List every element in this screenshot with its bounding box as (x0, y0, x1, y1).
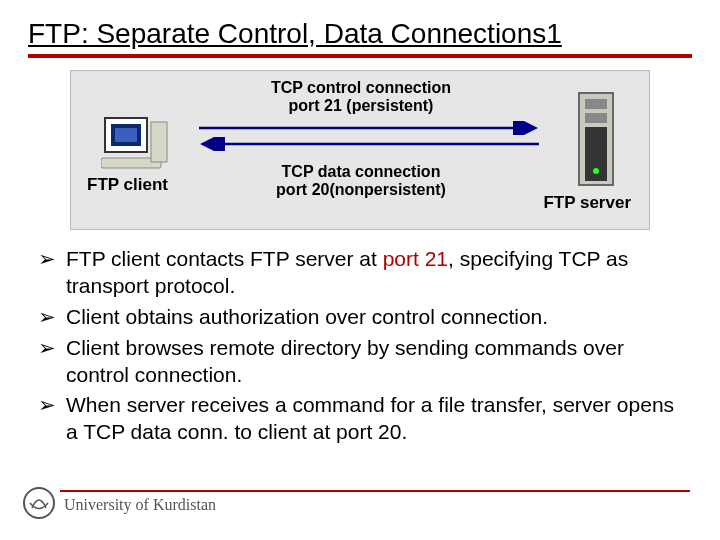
server-tower-icon (575, 91, 619, 195)
port-20-text: port 20 (336, 420, 401, 443)
svg-point-12 (24, 488, 54, 518)
client-label: FTP client (87, 175, 168, 195)
client-computer-icon (101, 116, 173, 178)
control-arrow-right (199, 121, 539, 135)
list-item: Client browses remote directory by sendi… (32, 335, 688, 389)
svg-rect-2 (115, 128, 137, 142)
server-label: FTP server (543, 193, 631, 213)
university-name: University of Kurdistan (64, 496, 216, 514)
svg-rect-7 (585, 113, 607, 123)
svg-rect-6 (585, 99, 607, 109)
list-item: When server receives a command for a fil… (32, 392, 688, 446)
footer: University of Kurdistan (22, 486, 216, 524)
bullet-list: FTP client contacts FTP server at port 2… (28, 246, 692, 446)
list-item: Client obtains authorization over contro… (32, 304, 688, 331)
port-21-text: port 21 (383, 247, 448, 270)
control-arrow-left (199, 137, 539, 151)
slide-title: FTP: Separate Control, Data Connections1 (28, 18, 692, 50)
control-connection-label: TCP control connection port 21 (persiste… (246, 79, 476, 116)
data-connection-label: TCP data connection port 20(nonpersisten… (241, 163, 481, 200)
svg-point-9 (593, 168, 599, 174)
title-underline (28, 54, 692, 58)
ftp-diagram: TCP control connection port 21 (persiste… (70, 70, 650, 230)
svg-rect-4 (151, 122, 167, 162)
list-item: FTP client contacts FTP server at port 2… (32, 246, 688, 300)
university-logo-icon (22, 486, 56, 524)
